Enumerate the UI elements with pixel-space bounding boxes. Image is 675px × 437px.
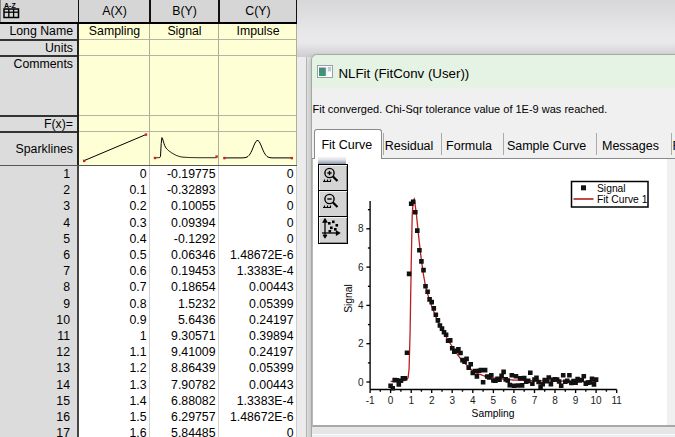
svg-text:8: 8 [358, 223, 364, 234]
svg-text:5: 5 [491, 394, 497, 405]
svg-text:6: 6 [511, 394, 517, 405]
svg-text:0: 0 [358, 376, 364, 387]
svg-text:2: 2 [429, 394, 435, 405]
svg-text:10: 10 [591, 394, 603, 405]
svg-text:4: 4 [470, 394, 476, 405]
svg-text:A-Z: A-Z [4, 2, 16, 9]
svg-text:Fit Curve 1: Fit Curve 1 [597, 193, 648, 204]
svg-text:0: 0 [388, 394, 394, 405]
svg-text:9: 9 [573, 394, 579, 405]
svg-text:1: 1 [408, 394, 414, 405]
svg-text:8: 8 [552, 394, 558, 405]
svg-text:Sampling: Sampling [472, 407, 515, 418]
svg-text:2: 2 [358, 338, 364, 349]
svg-text:Signal: Signal [597, 183, 626, 194]
svg-text:3: 3 [449, 394, 455, 405]
svg-text:-1: -1 [366, 394, 375, 405]
svg-text:6: 6 [358, 261, 364, 272]
svg-text:7: 7 [532, 394, 538, 405]
svg-text:Signal: Signal [343, 284, 354, 313]
svg-text:4: 4 [358, 299, 364, 310]
svg-text:11: 11 [612, 394, 623, 405]
